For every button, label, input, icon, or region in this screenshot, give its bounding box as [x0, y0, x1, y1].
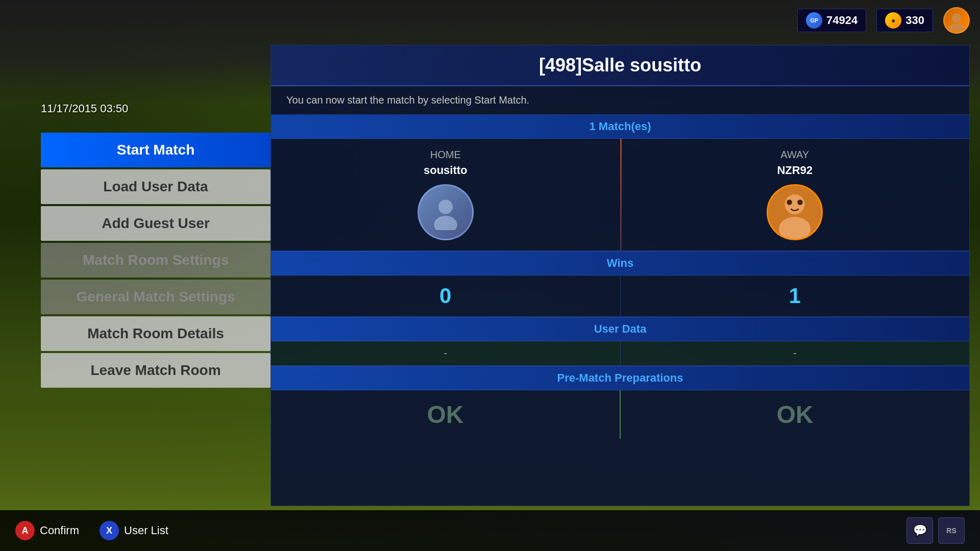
right-panel: [498]Salle sousitto You can now start th…	[271, 45, 970, 506]
svg-point-1	[948, 23, 965, 31]
away-name: NZR92	[777, 164, 813, 177]
home-name: sousitto	[424, 164, 468, 177]
svg-point-2	[438, 200, 453, 214]
away-player-side: AWAY NZR92	[621, 139, 970, 251]
away-label: AWAY	[780, 149, 809, 161]
left-menu: Start Match Load User Data Add Guest Use…	[41, 133, 271, 388]
svg-point-3	[434, 216, 457, 230]
menu-item-match-room-details[interactable]: Match Room Details	[41, 316, 271, 351]
datetime-display: 11/17/2015 03:50	[41, 102, 128, 115]
menu-item-leave-match-room[interactable]: Leave Match Room	[41, 353, 271, 388]
home-userdata: -	[271, 341, 621, 365]
home-wins: 0	[271, 276, 621, 316]
svg-point-7	[787, 199, 792, 205]
panel-title-text: [498]Salle sousitto	[539, 55, 701, 76]
confirm-label: Confirm	[40, 524, 79, 537]
wins-row: 0 1	[271, 276, 969, 317]
svg-point-0	[952, 13, 961, 22]
coin-icon: ●	[885, 12, 901, 29]
x-button: X	[100, 521, 119, 540]
a-button: A	[15, 521, 35, 540]
gp-currency: GP 74924	[797, 9, 866, 32]
gp-value: 74924	[826, 14, 857, 27]
panel-title-bar: [498]Salle sousitto	[271, 45, 969, 86]
wins-header: Wins	[271, 251, 969, 276]
userdata-row: - -	[271, 341, 969, 366]
coin-value: 330	[905, 14, 924, 27]
svg-point-8	[797, 199, 802, 205]
home-avatar	[418, 184, 474, 240]
home-prematch: OK	[271, 390, 621, 439]
menu-item-start-match[interactable]: Start Match	[41, 133, 271, 167]
bottom-right-icons: 💬 RS	[906, 517, 965, 544]
userlist-action[interactable]: X User List	[100, 521, 168, 540]
chat-icon[interactable]: 💬	[906, 517, 933, 544]
gp-icon: GP	[806, 12, 822, 29]
home-player-side: HOME sousitto	[271, 139, 621, 251]
panel-subtitle: You can now start the match by selecting…	[271, 86, 969, 115]
confirm-action[interactable]: A Confirm	[15, 521, 79, 540]
user-avatar	[943, 7, 970, 34]
menu-item-add-guest-user[interactable]: Add Guest User	[41, 206, 271, 241]
menu-item-load-user-data[interactable]: Load User Data	[41, 169, 271, 204]
userdata-header: User Data	[271, 317, 969, 341]
away-userdata: -	[621, 341, 970, 365]
top-bar: GP 74924 ● 330	[797, 0, 980, 41]
away-avatar	[767, 184, 823, 240]
center-divider	[620, 139, 622, 251]
prematch-row: OK OK	[271, 390, 969, 439]
matches-header: 1 Match(es)	[271, 115, 969, 139]
home-label: HOME	[430, 149, 461, 161]
coin-currency: ● 330	[876, 9, 933, 32]
bottom-bar: A Confirm X User List 💬 RS	[0, 510, 980, 551]
match-players-row: HOME sousitto AWAY NZR92	[271, 139, 969, 251]
away-prematch: OK	[621, 390, 969, 439]
menu-item-match-room-settings: Match Room Settings	[41, 243, 271, 278]
datetime-value: 11/17/2015 03:50	[41, 102, 128, 115]
away-wins: 1	[621, 276, 970, 316]
rs-icon[interactable]: RS	[938, 517, 965, 544]
menu-item-general-match-settings: General Match Settings	[41, 280, 271, 314]
prematch-header: Pre-Match Preparations	[271, 366, 969, 390]
userlist-label: User List	[124, 524, 168, 537]
